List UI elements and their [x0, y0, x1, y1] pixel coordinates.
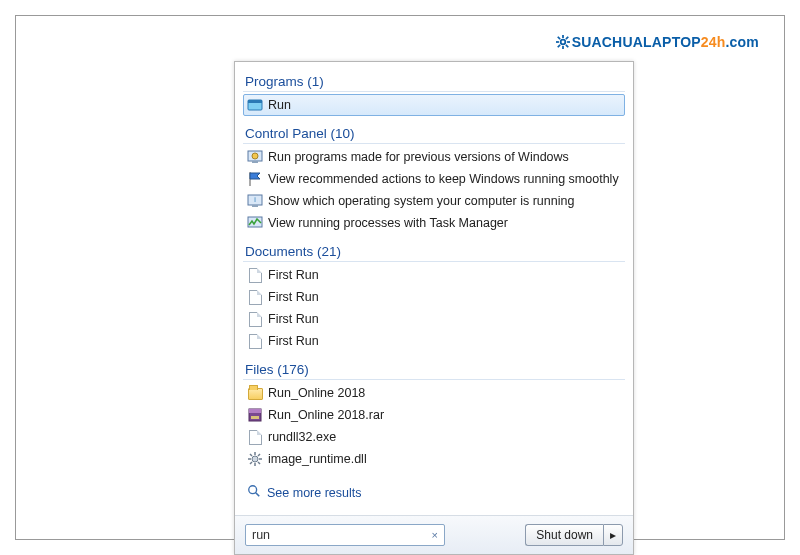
result-item-label: Run_Online 2018.rar	[268, 406, 384, 424]
svg-rect-20	[249, 409, 261, 413]
chevron-right-icon: ▸	[610, 528, 616, 542]
section-count: 10	[335, 126, 350, 141]
document-icon	[247, 267, 263, 283]
section-header-files[interactable]: Files (176)	[243, 358, 625, 380]
see-more-results[interactable]: See more results	[243, 476, 625, 511]
svg-line-7	[566, 37, 568, 39]
svg-rect-10	[248, 100, 262, 103]
compat-troubleshoot-icon	[247, 149, 263, 165]
result-item-label: View running processes with Task Manager	[268, 214, 508, 232]
svg-point-0	[560, 40, 565, 45]
search-box[interactable]: ×	[245, 524, 445, 546]
gear-logo-icon	[556, 35, 570, 49]
svg-line-29	[258, 454, 260, 456]
result-item-label: Show which operating system your compute…	[268, 192, 574, 210]
section-header-documents[interactable]: Documents (21)	[243, 240, 625, 262]
exe-file-icon	[247, 429, 263, 445]
result-item-document[interactable]: First Run	[243, 330, 625, 352]
result-item-label: Run_Online 2018	[268, 384, 365, 402]
start-menu-bottom-bar: × Shut down ▸	[235, 515, 633, 554]
result-item-document[interactable]: First Run	[243, 308, 625, 330]
svg-point-13	[252, 153, 258, 159]
svg-line-28	[258, 462, 260, 464]
svg-rect-21	[251, 416, 259, 419]
result-item-rar[interactable]: Run_Online 2018.rar	[243, 404, 625, 426]
result-item-compat[interactable]: Run programs made for previous versions …	[243, 146, 625, 168]
svg-rect-16	[252, 205, 258, 207]
result-item-action-center[interactable]: View recommended actions to keep Windows…	[243, 168, 625, 190]
shutdown-label: Shut down	[536, 528, 593, 542]
outer-frame: SUACHUALAPTOP24h.com Programs (1) Run Co…	[15, 15, 785, 540]
section-header-control-panel[interactable]: Control Panel (10)	[243, 122, 625, 144]
shutdown-split-button: Shut down ▸	[525, 524, 623, 546]
task-manager-icon	[247, 215, 263, 231]
result-item-label: First Run	[268, 332, 319, 350]
section-label: Documents	[245, 244, 313, 259]
search-results: Programs (1) Run Control Panel (10) Run …	[235, 62, 633, 515]
section-count: 1	[312, 74, 320, 89]
result-item-label: Run	[268, 96, 291, 114]
dll-gear-icon	[247, 451, 263, 467]
flag-icon	[247, 171, 263, 187]
result-item-label: First Run	[268, 310, 319, 328]
svg-point-22	[252, 456, 258, 462]
result-item-label: First Run	[268, 266, 319, 284]
magnifier-icon	[247, 484, 261, 501]
document-icon	[247, 333, 263, 349]
result-item-label: rundll32.exe	[268, 428, 336, 446]
result-item-label: Run programs made for previous versions …	[268, 148, 569, 166]
result-item-run[interactable]: Run	[243, 94, 625, 116]
folder-icon	[247, 385, 263, 401]
section-label: Programs	[245, 74, 304, 89]
section-label: Control Panel	[245, 126, 327, 141]
svg-line-6	[566, 45, 568, 47]
watermark: SUACHUALAPTOP24h.com	[556, 34, 759, 50]
svg-line-32	[256, 493, 260, 497]
see-more-label: See more results	[267, 486, 361, 500]
svg-point-31	[249, 486, 257, 494]
section-header-programs[interactable]: Programs (1)	[243, 70, 625, 92]
watermark-text-1: SUACHUALAPTOP	[572, 34, 701, 50]
svg-rect-12	[252, 161, 258, 163]
result-item-folder[interactable]: Run_Online 2018	[243, 382, 625, 404]
shutdown-options-button[interactable]: ▸	[603, 524, 623, 546]
svg-line-8	[557, 45, 559, 47]
run-dialog-icon	[247, 97, 263, 113]
rar-archive-icon	[247, 407, 263, 423]
document-icon	[247, 289, 263, 305]
svg-line-5	[557, 37, 559, 39]
svg-line-30	[250, 462, 252, 464]
watermark-text-3: .com	[726, 34, 759, 50]
result-item-document[interactable]: First Run	[243, 286, 625, 308]
section-count: 176	[282, 362, 305, 377]
shutdown-button[interactable]: Shut down	[525, 524, 603, 546]
result-item-dll[interactable]: image_runtime.dll	[243, 448, 625, 470]
document-icon	[247, 311, 263, 327]
result-item-label: View recommended actions to keep Windows…	[268, 170, 619, 188]
svg-line-27	[250, 454, 252, 456]
result-item-label: image_runtime.dll	[268, 450, 367, 468]
section-label: Files	[245, 362, 274, 377]
monitor-info-icon: i	[247, 193, 263, 209]
clear-search-icon[interactable]: ×	[430, 529, 440, 541]
result-item-task-manager[interactable]: View running processes with Task Manager	[243, 212, 625, 234]
section-count: 21	[322, 244, 337, 259]
result-item-document[interactable]: First Run	[243, 264, 625, 286]
watermark-text-2: 24h	[701, 34, 726, 50]
result-item-os-version[interactable]: i Show which operating system your compu…	[243, 190, 625, 212]
search-input[interactable]	[252, 528, 430, 542]
result-item-label: First Run	[268, 288, 319, 306]
result-item-exe[interactable]: rundll32.exe	[243, 426, 625, 448]
start-menu-search-panel: Programs (1) Run Control Panel (10) Run …	[234, 61, 634, 555]
